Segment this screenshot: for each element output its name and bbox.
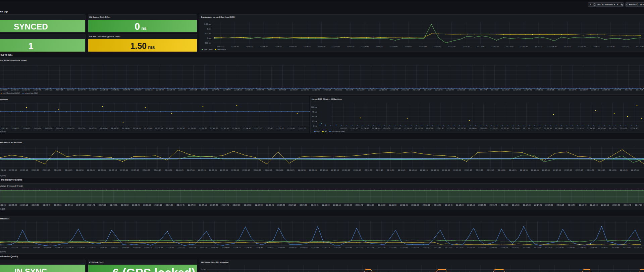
svg-text:22:17:00: 22:17:00 (623, 247, 631, 249)
svg-text:22:07:00: 22:07:00 (178, 89, 186, 91)
svg-text:22:10:00: 22:10:00 (490, 127, 498, 129)
svg-text:22:07:45: 22:07:45 (220, 169, 228, 171)
svg-text:22:10:30: 22:10:30 (342, 169, 350, 171)
svg-text:22:04:30: 22:04:30 (372, 127, 380, 129)
svg-text:22:06:00: 22:06:00 (133, 247, 141, 249)
svg-text:22:05:15: 22:05:15 (110, 204, 117, 206)
svg-text:22:06:45: 22:06:45 (177, 204, 184, 206)
svg-text:22:11:15: 22:11:15 (367, 247, 374, 249)
svg-text:22:14:00: 22:14:00 (489, 247, 497, 249)
svg-text:22:04:00: 22:04:00 (361, 127, 369, 129)
svg-text:22:10:00: 22:10:00 (419, 46, 427, 48)
svg-text:22:04:00: 22:04:00 (12, 127, 19, 129)
svg-text:22:15:30: 22:15:30 (568, 204, 576, 206)
svg-text:22:05:30: 22:05:30 (393, 127, 401, 129)
svg-text:22:13:00: 22:13:00 (555, 127, 563, 129)
svg-text:22:15:45: 22:15:45 (576, 169, 583, 171)
svg-text:22:14:00: 22:14:00 (501, 204, 508, 206)
svg-text:22:16:00: 22:16:00 (592, 46, 600, 48)
svg-text:22:06:30: 22:06:30 (67, 127, 74, 129)
svg-text:22:15:00: 22:15:00 (598, 127, 606, 129)
svg-text:22:12:15: 22:12:15 (413, 89, 420, 91)
svg-text:22:15:45: 22:15:45 (567, 247, 575, 249)
svg-text:22:11:00: 22:11:00 (166, 127, 173, 129)
svg-text:22:09:15: 22:09:15 (288, 204, 296, 206)
svg-text:22:17:00: 22:17:00 (631, 169, 639, 171)
svg-text:22:12:30: 22:12:30 (434, 204, 441, 206)
svg-text:22:08:15: 22:08:15 (234, 89, 242, 91)
svg-text:22:16:00: 22:16:00 (578, 247, 586, 249)
svg-text:22:03:45: 22:03:45 (33, 247, 40, 249)
svg-text:22:12:00: 22:12:00 (477, 46, 485, 48)
svg-text:22:16:30: 22:16:30 (630, 127, 638, 129)
svg-text:22:11:30: 22:11:30 (177, 127, 184, 129)
svg-text:22:09:30: 22:09:30 (290, 89, 298, 91)
svg-text:22:03:30: 22:03:30 (32, 169, 39, 171)
svg-text:22:12:00: 22:12:00 (401, 89, 409, 91)
svg-text:22:08:45: 22:08:45 (257, 89, 264, 91)
svg-text:22:10:30: 22:10:30 (333, 247, 341, 249)
svg-text:22:08:30: 22:08:30 (376, 46, 383, 48)
svg-text:22:03:00: 22:03:00 (217, 46, 224, 48)
svg-text:22:08:15: 22:08:15 (233, 247, 241, 249)
svg-text:22:09:30: 22:09:30 (133, 127, 141, 129)
svg-text:22:06:30: 22:06:30 (415, 127, 423, 129)
svg-text:22:14:45: 22:14:45 (524, 89, 532, 91)
svg-text:22:13:30: 22:13:30 (467, 247, 475, 249)
svg-text:22:14:45: 22:14:45 (534, 204, 542, 206)
svg-text:22:14:00: 22:14:00 (577, 127, 584, 129)
svg-text:22:09:15: 22:09:15 (287, 169, 294, 171)
svg-text:22:09:00: 22:09:00 (390, 46, 398, 48)
svg-text:22:13:45: 22:13:45 (490, 204, 497, 206)
svg-text:22:07:15: 22:07:15 (190, 89, 197, 91)
svg-text:22:04:00: 22:04:00 (45, 89, 52, 91)
svg-text:22:16:30: 22:16:30 (612, 204, 620, 206)
svg-text:22:08:00: 22:08:00 (223, 89, 231, 91)
svg-text:22:09:45: 22:09:45 (300, 247, 308, 249)
svg-text:22:13:00: 22:13:00 (453, 169, 461, 171)
svg-text:22:12:30: 22:12:30 (491, 46, 499, 48)
svg-text:22:12:45: 22:12:45 (435, 89, 443, 91)
svg-text:22:03:00: 22:03:00 (9, 169, 17, 171)
svg-text:22:11:30: 22:11:30 (387, 169, 394, 171)
svg-text:22:08:00: 22:08:00 (231, 169, 239, 171)
svg-text:-500 ns: -500 ns (204, 42, 211, 44)
svg-text:22:12:30: 22:12:30 (199, 127, 207, 129)
svg-text:22:03:30: 22:03:30 (21, 247, 29, 249)
svg-text:22:14:15: 22:14:15 (502, 89, 509, 91)
svg-text:22:03:30: 22:03:30 (1, 127, 8, 129)
svg-text:22:16:00: 22:16:00 (276, 127, 284, 129)
svg-text:22:15:15: 22:15:15 (545, 247, 553, 249)
svg-text:22:06:15: 22:06:15 (145, 89, 153, 91)
svg-text:22:14:15: 22:14:15 (500, 247, 508, 249)
svg-text:22:04:15: 22:04:15 (65, 204, 73, 206)
svg-text:22:15:00: 22:15:00 (542, 169, 550, 171)
svg-text:22:14:30: 22:14:30 (523, 204, 531, 206)
svg-text:22:09:45: 22:09:45 (309, 169, 317, 171)
svg-text:22:04:00: 22:04:00 (54, 204, 62, 206)
svg-text:22:05:45: 22:05:45 (123, 89, 130, 91)
svg-text:22:16:30: 22:16:30 (601, 247, 608, 249)
svg-text:22:09:00: 22:09:00 (277, 204, 285, 206)
svg-text:22:03:45: 22:03:45 (43, 169, 50, 171)
svg-text:22:03:30: 22:03:30 (231, 46, 239, 48)
svg-text:22:10:30: 22:10:30 (433, 46, 441, 48)
svg-text:22:07:30: 22:07:30 (89, 127, 97, 129)
svg-text:22:14:45: 22:14:45 (523, 247, 530, 249)
svg-text:22:12:15: 22:12:15 (411, 247, 419, 249)
svg-text:22:17:00: 22:17:00 (299, 127, 306, 129)
svg-text:22:07:15: 22:07:15 (198, 169, 206, 171)
svg-text:22:17:00: 22:17:00 (622, 46, 629, 48)
svg-text:22:05:00: 22:05:00 (98, 169, 106, 171)
svg-text:22:08:15: 22:08:15 (244, 204, 252, 206)
svg-text:22:06:15: 22:06:15 (144, 247, 152, 249)
svg-text:22:13:30: 22:13:30 (520, 46, 528, 48)
svg-text:22:06:15: 22:06:15 (154, 169, 161, 171)
svg-text:22:13:00: 22:13:00 (446, 89, 454, 91)
svg-text:22:05:00: 22:05:00 (34, 127, 41, 129)
svg-text:22:14:00: 22:14:00 (498, 169, 505, 171)
svg-text:22:07:00: 22:07:00 (426, 127, 434, 129)
svg-text:22:04:00: 22:04:00 (54, 169, 61, 171)
svg-text:22:11:30: 22:11:30 (523, 127, 530, 129)
svg-text:22:16:30: 22:16:30 (287, 127, 295, 129)
